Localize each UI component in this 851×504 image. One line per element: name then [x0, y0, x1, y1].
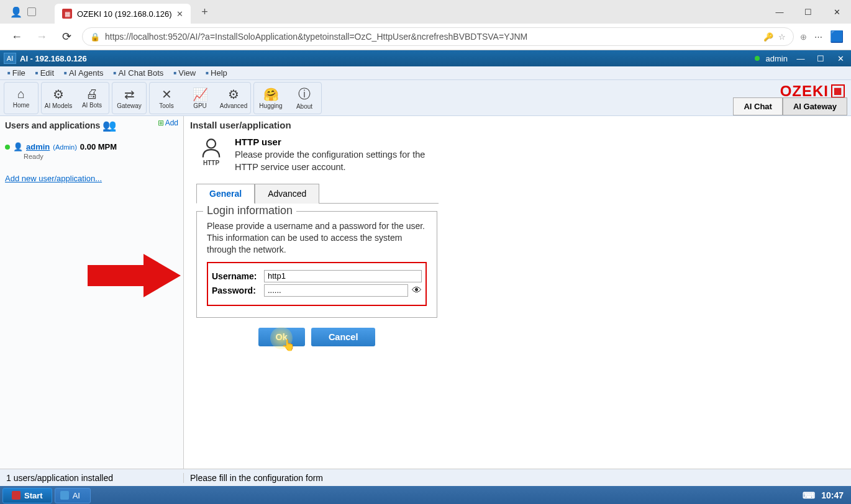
users-icon: 👥 — [102, 119, 116, 132]
app-minimize-button[interactable]: — — [794, 53, 808, 64]
tab-title: OZEKI 10 (192.168.0.126) — [77, 9, 171, 19]
red-arrow-annotation — [88, 254, 181, 297]
toolbar-about[interactable]: ⓘAbout — [288, 83, 321, 113]
toolbar-gateway[interactable]: ⇄Gateway — [113, 83, 145, 113]
cancel-button[interactable]: Cancel — [311, 328, 376, 346]
add-user-link[interactable]: ⊞Add — [158, 119, 178, 127]
refresh-button[interactable]: ⟳ — [57, 27, 76, 46]
fieldset-legend: Login information — [203, 204, 296, 217]
tab-general[interactable]: General — [196, 184, 255, 204]
new-tab-button[interactable]: + — [196, 3, 213, 20]
url-text: https://localhost:9520/AI/?a=InstallSolo… — [105, 32, 758, 42]
toolbar-ai-bots[interactable]: 🖨AI Bots — [76, 83, 108, 113]
menu-view[interactable]: ■View — [168, 68, 201, 78]
person-icon: 👤 — [13, 142, 23, 151]
taskbar-app[interactable]: AI — [55, 488, 91, 503]
models-icon: ⚙ — [53, 87, 64, 102]
content: Install user/application HTTP HTTP user … — [184, 116, 851, 469]
profile-icon[interactable]: 👤 — [10, 6, 22, 18]
user-role: (Admin) — [53, 143, 77, 151]
menu-edit[interactable]: ■Edit — [30, 68, 59, 78]
plus-icon: ⊞ — [158, 119, 164, 127]
lock-icon: 🔒 — [90, 32, 100, 42]
close-tab-icon[interactable]: ✕ — [176, 9, 183, 19]
show-password-icon[interactable]: 👁 — [412, 285, 422, 296]
minimize-button[interactable]: — — [765, 0, 794, 24]
install-desc: Please provide the configuration setting… — [235, 149, 427, 173]
tools-icon: ✕ — [162, 87, 172, 102]
tabs-overview-icon[interactable] — [27, 7, 36, 16]
svg-point-1 — [207, 139, 216, 148]
toolbar-hugging[interactable]: 🤗Hugging — [255, 83, 287, 113]
browser-tab[interactable]: ▦ OZEKI 10 (192.168.0.126) ✕ — [55, 4, 191, 24]
address-bar: ← → ⟳ 🔒 https://localhost:9520/AI/?a=Ins… — [0, 24, 851, 50]
status-left: 1 users/application installed — [0, 473, 184, 483]
url-field[interactable]: 🔒 https://localhost:9520/AI/?a=InstallSo… — [82, 27, 794, 46]
online-dot-icon — [5, 145, 10, 150]
status-dot-icon — [755, 56, 760, 61]
username-input[interactable] — [264, 270, 422, 282]
password-input[interactable] — [264, 284, 408, 297]
maximize-button[interactable]: ☐ — [794, 0, 822, 24]
http-user-icon: HTTP — [196, 137, 226, 166]
favorites-bar-icon[interactable]: ⊕ — [800, 32, 807, 42]
advanced-icon: ⚙ — [228, 87, 239, 102]
menu-ai-agents[interactable]: ■AI Agents — [59, 68, 109, 78]
task-app-icon — [60, 491, 69, 500]
app-title: AI - 192.168.0.126 — [20, 54, 87, 63]
favorite-icon[interactable]: ☆ — [778, 32, 786, 42]
menu-help[interactable]: ■Help — [201, 68, 232, 78]
tab-advanced[interactable]: Advanced — [255, 184, 319, 204]
gpu-icon: 📈 — [193, 87, 208, 102]
toolbar-ai-models[interactable]: ⚙AI Models — [42, 83, 75, 113]
forward-button: → — [32, 27, 51, 46]
titlebar-user[interactable]: admin — [766, 54, 788, 63]
close-window-button[interactable]: ✕ — [822, 0, 851, 24]
add-new-user-link[interactable]: Add new user/application... — [5, 174, 178, 183]
app-titlebar: AI AI - 192.168.0.126 admin — ☐ ✕ — [0, 50, 851, 66]
password-label: Password: — [212, 286, 260, 295]
more-icon[interactable]: ⋯ — [814, 32, 822, 42]
menu-ai-chat-bots[interactable]: ■AI Chat Bots — [109, 68, 169, 78]
ok-button[interactable]: Ok 👆 — [258, 328, 305, 346]
user-mpm: 0.00 MPM — [80, 142, 117, 151]
user-row[interactable]: 👤 admin (Admin)0.00 MPM — [5, 142, 178, 151]
browser-tab-bar: 👤 ▦ OZEKI 10 (192.168.0.126) ✕ + — ☐ ✕ — [0, 0, 851, 24]
field-desc: Please provide a username and a password… — [207, 220, 427, 256]
username-label: Username: — [212, 271, 260, 281]
taskbar: Start AI ⌨ 10:47 — [0, 486, 851, 504]
tab-ai-chat[interactable]: AI Chat — [733, 97, 783, 115]
app-maximize-button[interactable]: ☐ — [814, 53, 827, 64]
start-icon — [12, 491, 20, 500]
home-icon: ⌂ — [17, 87, 25, 101]
back-button[interactable]: ← — [7, 27, 26, 46]
toolbar-advanced[interactable]: ⚙Advanced — [217, 83, 250, 113]
clock: 10:47 — [821, 490, 844, 500]
toolbar-gpu[interactable]: 📈GPU — [184, 83, 216, 113]
toolbar-home[interactable]: ⌂Home — [5, 83, 37, 113]
login-fieldset: Login information Please provide a usern… — [196, 211, 437, 318]
hugging-icon: 🤗 — [263, 87, 279, 102]
toolbar: ⌂Home ⚙AI Models 🖨AI Bots ⇄Gateway ✕Tool… — [0, 80, 851, 116]
config-tabs: General Advanced — [196, 183, 439, 204]
about-icon: ⓘ — [298, 86, 311, 102]
svg-marker-0 — [88, 254, 181, 297]
statusbar: 1 users/application installed Please fil… — [0, 469, 851, 486]
copilot-icon[interactable]: 🟦 — [830, 30, 844, 43]
bots-icon: 🖨 — [86, 87, 98, 101]
install-title: HTTP user — [235, 137, 427, 147]
content-header: Install user/application — [190, 120, 845, 130]
tab-favicon-icon: ▦ — [62, 9, 72, 19]
status-right: Please fill in the configuration form — [184, 473, 329, 483]
keyboard-icon[interactable]: ⌨ — [803, 490, 815, 500]
app-close-button[interactable]: ✕ — [834, 53, 847, 64]
start-button[interactable]: Start — [2, 488, 52, 503]
app-icon: AI — [4, 53, 16, 64]
user-status: Ready — [24, 153, 178, 160]
user-name-link[interactable]: admin — [26, 142, 50, 151]
menubar: ■File ■Edit ■AI Agents ■AI Chat Bots ■Vi… — [0, 66, 851, 80]
menu-file[interactable]: ■File — [2, 68, 30, 78]
password-key-icon[interactable]: 🔑 — [763, 32, 773, 42]
toolbar-tools[interactable]: ✕Tools — [150, 83, 183, 113]
tab-ai-gateway[interactable]: AI Gateway — [783, 97, 847, 115]
